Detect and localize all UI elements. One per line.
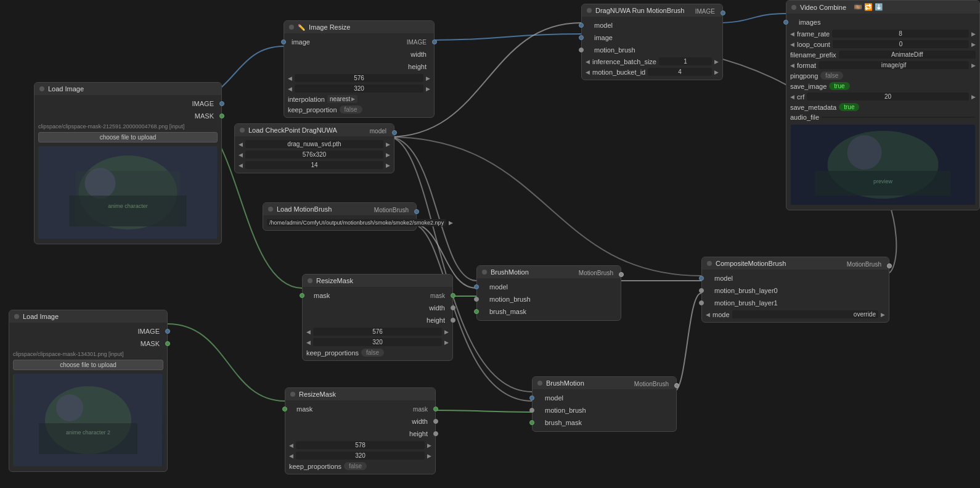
width-label-ir: width — [410, 51, 427, 58]
h-left-rmb[interactable]: ◀ — [289, 453, 293, 459]
filename-prefix-row: filename_prefix AnimateDiff — [786, 49, 979, 60]
node-status-dot-ir — [289, 25, 294, 30]
h-right-rmt[interactable]: ▶ — [444, 339, 449, 345]
load-motionbrush-body: /home/admin/ComfyUI/output/motionbrush/s… — [263, 215, 416, 230]
mb-in-port-bmb[interactable] — [529, 408, 534, 413]
width-out-port-rmt[interactable] — [451, 305, 455, 310]
mb-in-port-bmt[interactable] — [474, 297, 479, 302]
motion-bucket-row: ◀ motion_bucket_id 4 ▶ — [582, 67, 722, 77]
h-right-rmb[interactable]: ▶ — [427, 453, 431, 459]
fmt-right[interactable]: ▶ — [971, 62, 976, 68]
mask-output-port[interactable] — [219, 114, 224, 118]
ib-right[interactable]: ▶ — [714, 59, 719, 65]
mask-output-row: MASK — [35, 110, 221, 122]
interpolation-label: interpolation — [288, 96, 325, 103]
crf-right[interactable]: ▶ — [971, 94, 976, 100]
mb-right[interactable]: ▶ — [714, 69, 719, 75]
width-right-arrow[interactable]: ▶ — [426, 75, 430, 81]
w-left-rmt[interactable]: ◀ — [306, 329, 311, 335]
motionbrush-out-port-bmb[interactable] — [674, 383, 679, 388]
dragnuwa-header: DragNUWA Run MotionBrush IMAGE — [582, 4, 722, 17]
ib-label: inference_batch_size — [592, 58, 656, 65]
crf-left[interactable]: ◀ — [790, 94, 794, 100]
motionbrush-right-arrow[interactable]: ▶ — [449, 220, 453, 226]
mask-input-port-rmb[interactable] — [282, 407, 287, 411]
w-right-rmt[interactable]: ▶ — [444, 329, 449, 335]
composite-motionbrush-header: CompositeMotionBrush MotionBrush — [702, 257, 889, 270]
mask-output-label-b: MASK — [141, 340, 160, 347]
lc-right[interactable]: ▶ — [971, 41, 976, 48]
keep-prop-val-rmt[interactable]: false — [361, 349, 384, 357]
brush-motion-top-header: BrushMotion MotionBrush — [477, 266, 621, 278]
brushmask-in-port-bmt[interactable] — [474, 309, 479, 314]
model-in-port-cmb[interactable] — [699, 276, 704, 281]
motionbrush-output-port[interactable] — [414, 209, 419, 214]
brush-motion-bottom-node: BrushMotion MotionBrush model motion_bru… — [532, 376, 677, 432]
dim-right-arrow[interactable]: ▶ — [386, 152, 390, 158]
choose-file-button-top[interactable]: choose file to upload — [38, 132, 218, 143]
brushmask-in-port-bmb[interactable] — [529, 420, 534, 425]
audio-file-row: audio_file — [786, 112, 979, 122]
mask-output-port-b[interactable] — [165, 341, 170, 346]
mode-right-cmb[interactable]: ▶ — [881, 312, 885, 318]
height-out-port-rmt[interactable] — [451, 318, 455, 323]
height-right-arrow[interactable]: ▶ — [426, 86, 430, 92]
mask-output-label: MASK — [195, 112, 214, 120]
svg-point-13 — [847, 135, 882, 170]
motionbrush-out-port-bmt[interactable] — [619, 272, 624, 277]
interpolation-value[interactable]: nearest ▶ — [327, 95, 357, 103]
image-thumb-top: anime character — [38, 146, 218, 239]
ckpt-left-arrow[interactable]: ◀ — [239, 141, 243, 147]
image-output-port-b[interactable] — [165, 329, 170, 334]
keep-prop-val-rmb[interactable]: false — [344, 462, 367, 470]
ml-right-arrow[interactable]: ▶ — [386, 162, 390, 168]
model-in-port-bmt[interactable] — [474, 284, 479, 289]
IMAGE-output-port[interactable] — [432, 39, 437, 44]
mb-left[interactable]: ◀ — [586, 69, 590, 75]
choose-file-button-bottom[interactable]: choose file to upload — [13, 360, 163, 370]
lc-left[interactable]: ◀ — [790, 41, 794, 48]
layer1-in-port-cmb[interactable] — [699, 300, 704, 305]
pp-val[interactable]: false — [820, 72, 843, 80]
model-output-port[interactable] — [392, 130, 397, 135]
mask-output-port-rmt[interactable] — [451, 293, 455, 298]
image-output-port[interactable] — [219, 101, 224, 106]
motionbrush-out-label-bmb: MotionBrush — [634, 381, 669, 387]
image-out-port-dn[interactable] — [721, 10, 725, 15]
images-in-port-vc[interactable] — [783, 20, 788, 25]
keep-proportion-row: keep_proportion false — [284, 104, 434, 115]
mask-output-port-rmb[interactable] — [433, 407, 438, 411]
image-in-port-dn[interactable] — [579, 35, 584, 40]
height-left-arrow[interactable]: ◀ — [288, 86, 292, 92]
mask-input-port-rmt[interactable] — [300, 293, 304, 298]
sm-val[interactable]: true — [839, 103, 859, 111]
format-row: ◀ format image/gif ▶ — [786, 60, 979, 70]
width-left-arrow[interactable]: ◀ — [288, 75, 292, 81]
model-in-port-bmb[interactable] — [529, 395, 534, 400]
h-left-rmt[interactable]: ◀ — [306, 339, 311, 345]
w-right-rmb[interactable]: ▶ — [427, 442, 431, 449]
layer1-label-cmb: motion_brush_layer1 — [709, 299, 778, 307]
crf-row: ◀ crf 20 ▶ — [786, 91, 979, 102]
dim-left-arrow[interactable]: ◀ — [239, 152, 243, 158]
width-out-port-rmb[interactable] — [433, 419, 438, 424]
ckpt-right-arrow[interactable]: ▶ — [386, 141, 390, 147]
motionbrush-out-port-cmb[interactable] — [887, 263, 892, 268]
si-val[interactable]: true — [829, 82, 849, 90]
layer0-in-port-cmb[interactable] — [699, 288, 704, 293]
motion-brush-in-port-dn[interactable] — [579, 48, 584, 52]
fr-right[interactable]: ▶ — [971, 31, 976, 37]
mode-left-cmb[interactable]: ◀ — [706, 312, 710, 318]
image-input-port[interactable] — [281, 39, 286, 44]
keep-proportion-value[interactable]: false — [340, 105, 362, 114]
model-in-port-dn[interactable] — [579, 23, 584, 28]
fmt-left[interactable]: ◀ — [790, 62, 794, 68]
brush-motion-bottom-body: model motion_brush brush_mask — [533, 389, 676, 431]
dimension-row: ◀ 576x320 ▶ — [235, 149, 394, 160]
composite-motionbrush-body: model motion_brush_layer0 motion_brush_l… — [702, 270, 889, 322]
w-left-rmb[interactable]: ◀ — [289, 442, 293, 449]
height-out-port-rmb[interactable] — [433, 431, 438, 436]
fr-left[interactable]: ◀ — [790, 31, 794, 37]
ib-left[interactable]: ◀ — [586, 59, 590, 65]
ml-left-arrow[interactable]: ◀ — [239, 162, 243, 168]
